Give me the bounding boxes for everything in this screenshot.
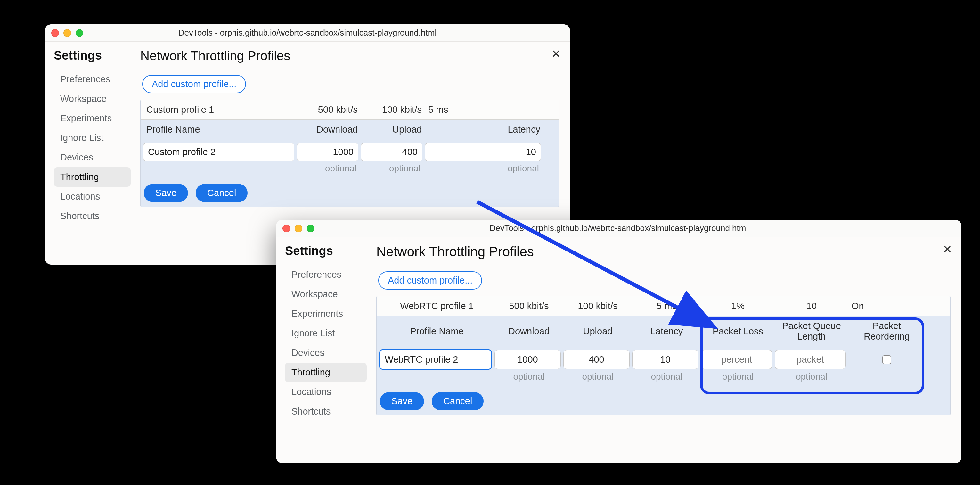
titlebar: DevTools - orphis.github.io/webrtc-sandb… bbox=[45, 24, 570, 41]
upload-input[interactable] bbox=[361, 143, 422, 161]
profiles-table: WebRTC profile 1 500 kbit/s 100 kbit/s 5… bbox=[376, 296, 951, 415]
sidebar-title: Settings bbox=[54, 49, 130, 62]
sidebar-item-ignore-list[interactable]: Ignore List bbox=[54, 128, 130, 148]
packet-reorder-checkbox[interactable] bbox=[882, 355, 891, 364]
download-input[interactable] bbox=[297, 143, 358, 161]
header-upload: Upload bbox=[563, 322, 632, 341]
table-row[interactable]: Custom profile 1 500 kbit/s 100 kbit/s 5… bbox=[141, 100, 559, 120]
sidebar-item-ignore-list[interactable]: Ignore List bbox=[285, 324, 367, 343]
devtools-window-new: DevTools - orphis.github.io/webrtc-sandb… bbox=[276, 220, 961, 463]
hint-latency: optional bbox=[632, 370, 701, 386]
add-custom-profile-button[interactable]: Add custom profile... bbox=[378, 271, 482, 289]
add-custom-profile-button[interactable]: Add custom profile... bbox=[142, 75, 246, 93]
minimize-window-icon[interactable] bbox=[294, 224, 302, 232]
traffic-lights bbox=[51, 29, 83, 37]
cell-packet-reorder: On bbox=[848, 296, 925, 316]
cancel-button[interactable]: Cancel bbox=[196, 184, 248, 202]
sidebar-item-shortcuts[interactable]: Shortcuts bbox=[285, 402, 367, 421]
close-window-icon[interactable] bbox=[282, 224, 290, 232]
button-row: Save Cancel bbox=[377, 386, 950, 415]
header-profile-name: Profile Name bbox=[379, 322, 495, 341]
header-packet-reorder: Packet Reordering bbox=[848, 316, 925, 346]
page-title: Network Throttling Profiles bbox=[376, 244, 951, 264]
settings-sidebar: Settings Preferences Workspace Experimen… bbox=[45, 41, 135, 233]
download-input[interactable] bbox=[495, 350, 561, 369]
sidebar-item-devices[interactable]: Devices bbox=[54, 148, 130, 167]
window-title: DevTools - orphis.github.io/webrtc-sandb… bbox=[282, 223, 955, 233]
sidebar-title: Settings bbox=[285, 244, 367, 258]
button-row: Save Cancel bbox=[141, 178, 559, 207]
hint-row: optional optional optional optional opti… bbox=[377, 370, 950, 386]
header-latency: Latency bbox=[632, 322, 701, 341]
sidebar-item-devices[interactable]: Devices bbox=[285, 343, 367, 363]
main-content: ✕ Network Throttling Profiles Add custom… bbox=[371, 237, 961, 428]
upload-input[interactable] bbox=[563, 350, 630, 369]
sidebar-item-locations[interactable]: Locations bbox=[54, 187, 130, 206]
hint-packet-loss: optional bbox=[701, 370, 775, 386]
sidebar-item-workspace[interactable]: Workspace bbox=[54, 89, 130, 108]
edit-row bbox=[141, 139, 559, 161]
table-row[interactable]: WebRTC profile 1 500 kbit/s 100 kbit/s 5… bbox=[377, 296, 950, 316]
hint-packet-queue: optional bbox=[775, 370, 848, 386]
sidebar-item-experiments[interactable]: Experiments bbox=[54, 108, 130, 128]
packet-loss-input[interactable] bbox=[701, 350, 772, 369]
cell-packet-queue: 10 bbox=[775, 296, 848, 316]
sidebar-item-experiments[interactable]: Experiments bbox=[285, 304, 367, 324]
packet-queue-input[interactable] bbox=[775, 350, 846, 369]
cell-upload: 100 kbit/s bbox=[563, 296, 632, 316]
hint-latency: optional bbox=[425, 161, 544, 178]
close-icon[interactable]: ✕ bbox=[943, 243, 952, 256]
settings-sidebar: Settings Preferences Workspace Experimen… bbox=[276, 237, 371, 428]
cell-download: 500 kbit/s bbox=[297, 100, 361, 119]
traffic-lights bbox=[282, 224, 315, 232]
hint-download: optional bbox=[297, 161, 361, 178]
hint-download: optional bbox=[495, 370, 563, 386]
header-profile-name: Profile Name bbox=[143, 120, 297, 139]
titlebar: DevTools - orphis.github.io/webrtc-sandb… bbox=[276, 220, 961, 237]
sidebar-item-throttling[interactable]: Throttling bbox=[54, 167, 130, 187]
cell-packet-loss: 1% bbox=[701, 296, 775, 316]
cell-latency: 5 ms bbox=[632, 296, 701, 316]
header-upload: Upload bbox=[361, 120, 425, 139]
header-latency: Latency bbox=[425, 120, 544, 139]
sidebar-item-preferences[interactable]: Preferences bbox=[54, 70, 130, 89]
close-window-icon[interactable] bbox=[51, 29, 59, 37]
cell-upload: 100 kbit/s bbox=[361, 100, 425, 119]
cell-download: 500 kbit/s bbox=[495, 296, 563, 316]
sidebar-item-workspace[interactable]: Workspace bbox=[285, 285, 367, 304]
latency-input[interactable] bbox=[632, 350, 698, 369]
profile-name-input[interactable] bbox=[143, 143, 294, 161]
cancel-button[interactable]: Cancel bbox=[432, 392, 484, 410]
edit-row bbox=[377, 346, 950, 370]
cell-latency: 5 ms bbox=[425, 100, 544, 119]
close-icon[interactable]: ✕ bbox=[552, 48, 560, 60]
hint-row: optional optional optional bbox=[141, 161, 559, 178]
save-button[interactable]: Save bbox=[144, 184, 188, 202]
cell-profile-name: WebRTC profile 1 bbox=[379, 296, 495, 316]
latency-input[interactable] bbox=[425, 143, 541, 161]
header-packet-loss: Packet Loss bbox=[701, 322, 775, 341]
sidebar-item-preferences[interactable]: Preferences bbox=[285, 265, 367, 285]
profiles-table: Custom profile 1 500 kbit/s 100 kbit/s 5… bbox=[140, 100, 559, 207]
maximize-window-icon[interactable] bbox=[76, 29, 83, 37]
profile-name-input[interactable] bbox=[379, 350, 492, 370]
hint-upload: optional bbox=[563, 370, 632, 386]
table-header: Profile Name Download Upload Latency Pac… bbox=[377, 316, 950, 346]
sidebar-item-shortcuts[interactable]: Shortcuts bbox=[54, 206, 130, 226]
page-title: Network Throttling Profiles bbox=[140, 49, 559, 68]
table-header: Profile Name Download Upload Latency bbox=[141, 120, 559, 139]
header-download: Download bbox=[495, 322, 563, 341]
hint-upload: optional bbox=[361, 161, 425, 178]
sidebar-item-throttling[interactable]: Throttling bbox=[285, 363, 367, 382]
main-content: ✕ Network Throttling Profiles Add custom… bbox=[135, 41, 570, 233]
maximize-window-icon[interactable] bbox=[307, 224, 315, 232]
header-download: Download bbox=[297, 120, 361, 139]
sidebar-item-locations[interactable]: Locations bbox=[285, 382, 367, 402]
save-button[interactable]: Save bbox=[380, 392, 424, 410]
cell-profile-name: Custom profile 1 bbox=[143, 100, 297, 119]
window-title: DevTools - orphis.github.io/webrtc-sandb… bbox=[51, 28, 564, 38]
minimize-window-icon[interactable] bbox=[64, 29, 71, 37]
header-packet-queue: Packet Queue Length bbox=[775, 316, 848, 346]
